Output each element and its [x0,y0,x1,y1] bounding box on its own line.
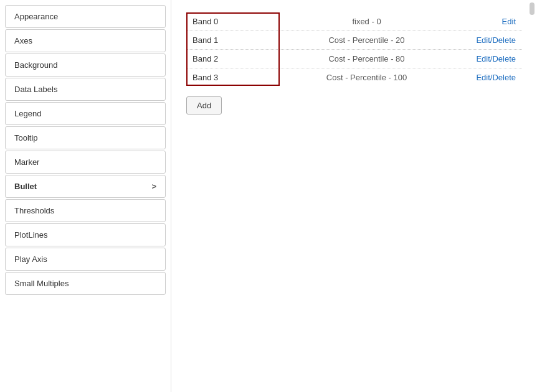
band-label-band1: Band 1 [186,35,273,45]
band-value-band0: fixed - 0 [273,17,460,26]
sidebar-item-bullet[interactable]: Bullet> [5,175,166,198]
chevron-icon-bullet: > [151,182,156,191]
band-label-band3: Band 3 [186,73,273,82]
sidebar-item-label-axes: Axes [14,36,32,45]
band-value-band3: Cost - Percentile - 100 [273,73,460,82]
sidebar-item-data-labels[interactable]: Data Labels [5,78,166,101]
bands-table-wrapper: Band 0fixed - 0EditBand 1Cost - Percenti… [186,12,522,86]
sidebar-item-label-marker: Marker [14,157,39,167]
sidebar-item-axes[interactable]: Axes [5,29,166,52]
sidebar-item-label-appearance: Appearance [14,12,58,21]
sidebar-item-label-bullet: Bullet [14,182,37,191]
sidebar-item-small-multiples[interactable]: Small Multiples [5,272,166,295]
band-row-band1: Band 1Cost - Percentile - 20Edit/Delete [186,31,522,50]
band-action-band2[interactable]: Edit/Delete [460,54,522,63]
scroll-indicator[interactable] [530,2,535,15]
add-button[interactable]: Add [186,96,222,114]
sidebar: AppearanceAxesBackgroundData LabelsLegen… [0,0,171,392]
sidebar-item-legend[interactable]: Legend [5,102,166,125]
sidebar-item-play-axis[interactable]: Play Axis [5,248,166,271]
band-row-band2: Band 2Cost - Percentile - 80Edit/Delete [186,50,522,68]
sidebar-item-tooltip[interactable]: Tooltip [5,126,166,149]
sidebar-item-label-plotlines: PlotLines [14,230,47,240]
band-label-band0: Band 0 [186,17,273,26]
band-value-band2: Cost - Percentile - 80 [273,54,460,63]
sidebar-item-label-legend: Legend [14,109,41,118]
sidebar-item-label-play-axis: Play Axis [14,254,47,264]
sidebar-item-label-data-labels: Data Labels [14,85,57,94]
sidebar-item-plotlines[interactable]: PlotLines [5,223,166,246]
band-label-band2: Band 2 [186,54,273,63]
band-value-band1: Cost - Percentile - 20 [273,35,460,45]
band-action-band1[interactable]: Edit/Delete [460,35,522,45]
sidebar-item-appearance[interactable]: Appearance [5,5,166,28]
main-content: Band 0fixed - 0EditBand 1Cost - Percenti… [171,0,537,392]
band-row-band0: Band 0fixed - 0Edit [186,12,522,31]
sidebar-item-label-background: Background [14,60,57,70]
band-action-band0[interactable]: Edit [460,17,522,26]
sidebar-item-label-thresholds: Thresholds [14,206,54,215]
band-action-band3[interactable]: Edit/Delete [460,73,522,82]
sidebar-item-label-tooltip: Tooltip [14,133,38,142]
sidebar-item-background[interactable]: Background [5,54,166,77]
sidebar-item-thresholds[interactable]: Thresholds [5,199,166,222]
sidebar-item-marker[interactable]: Marker [5,151,166,174]
sidebar-item-label-small-multiples: Small Multiples [14,279,69,288]
bands-rows: Band 0fixed - 0EditBand 1Cost - Percenti… [186,12,522,86]
band-row-band3: Band 3Cost - Percentile - 100Edit/Delete [186,68,522,86]
